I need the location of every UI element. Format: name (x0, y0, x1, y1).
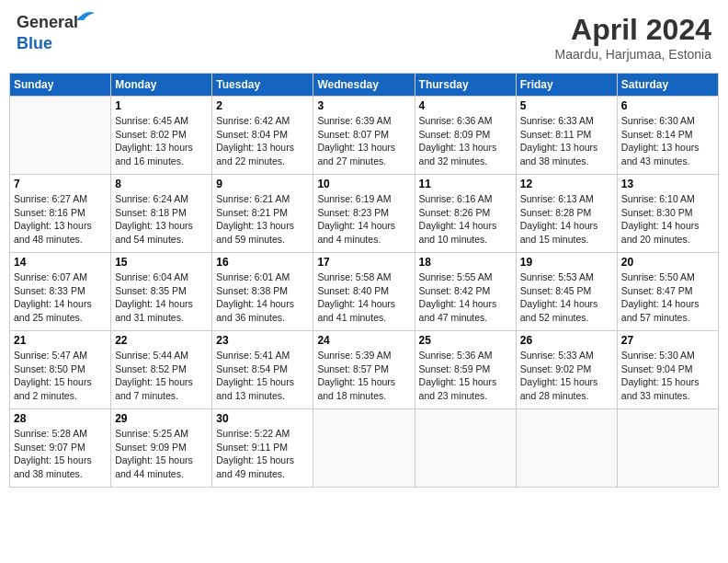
day-info: Sunrise: 6:16 AMSunset: 8:26 PMDaylight:… (419, 192, 512, 247)
weekday-header-sunday: Sunday (10, 74, 111, 97)
logo-blue: Blue (17, 34, 52, 53)
day-cell: 4Sunrise: 6:36 AMSunset: 8:09 PMDaylight… (415, 97, 516, 175)
day-info: Sunrise: 6:21 AMSunset: 8:21 PMDaylight:… (216, 192, 309, 247)
day-number: 11 (419, 178, 512, 190)
day-info: Sunrise: 6:10 AMSunset: 8:30 PMDaylight:… (621, 192, 714, 247)
day-number: 22 (115, 334, 208, 347)
day-cell: 5Sunrise: 6:33 AMSunset: 8:11 PMDaylight… (516, 97, 617, 175)
day-cell: 22Sunrise: 5:44 AMSunset: 8:52 PMDayligh… (111, 331, 212, 409)
day-cell (313, 409, 415, 488)
day-info: Sunrise: 6:39 AMSunset: 8:07 PMDaylight:… (317, 114, 410, 168)
day-number: 5 (520, 99, 613, 112)
day-info: Sunrise: 5:39 AMSunset: 8:57 PMDaylight:… (317, 349, 410, 403)
weekday-header-friday: Friday (516, 74, 617, 97)
day-info: Sunrise: 5:30 AMSunset: 9:04 PMDaylight:… (621, 349, 714, 403)
page-header: General Blue April 2024 Maardu, Harjumaa… (9, 9, 719, 65)
day-number: 25 (419, 334, 512, 347)
day-info: Sunrise: 6:33 AMSunset: 8:11 PMDaylight:… (520, 114, 613, 168)
day-cell: 2Sunrise: 6:42 AMSunset: 8:04 PMDaylight… (212, 97, 313, 175)
day-cell: 24Sunrise: 5:39 AMSunset: 8:57 PMDayligh… (313, 331, 415, 409)
day-info: Sunrise: 5:58 AMSunset: 8:40 PMDaylight:… (317, 270, 410, 325)
day-info: Sunrise: 5:53 AMSunset: 8:45 PMDaylight:… (520, 270, 613, 325)
logo-wing-icon (76, 9, 95, 20)
weekday-header-row: SundayMondayTuesdayWednesdayThursdayFrid… (10, 74, 719, 97)
day-number: 14 (14, 256, 107, 269)
day-info: Sunrise: 5:25 AMSunset: 9:09 PMDaylight:… (115, 427, 208, 481)
day-cell: 15Sunrise: 6:04 AMSunset: 8:35 PMDayligh… (111, 253, 212, 331)
day-number: 28 (14, 412, 107, 425)
day-cell: 9Sunrise: 6:21 AMSunset: 8:21 PMDaylight… (212, 175, 313, 253)
day-info: Sunrise: 5:44 AMSunset: 8:52 PMDaylight:… (115, 349, 208, 403)
week-row-3: 14Sunrise: 6:07 AMSunset: 8:33 PMDayligh… (10, 253, 719, 331)
day-info: Sunrise: 5:41 AMSunset: 8:54 PMDaylight:… (216, 349, 309, 403)
day-cell: 19Sunrise: 5:53 AMSunset: 8:45 PMDayligh… (516, 253, 617, 331)
day-number: 1 (115, 99, 208, 112)
location: Maardu, Harjumaa, Estonia (555, 47, 711, 62)
day-info: Sunrise: 6:01 AMSunset: 8:38 PMDaylight:… (216, 270, 309, 325)
week-row-2: 7Sunrise: 6:27 AMSunset: 8:16 PMDaylight… (10, 175, 719, 253)
day-number: 21 (14, 334, 107, 347)
day-number: 18 (419, 256, 512, 269)
day-cell: 16Sunrise: 6:01 AMSunset: 8:38 PMDayligh… (212, 253, 313, 331)
day-info: Sunrise: 6:07 AMSunset: 8:33 PMDaylight:… (14, 270, 107, 325)
day-cell (10, 97, 111, 175)
day-cell: 13Sunrise: 6:10 AMSunset: 8:30 PMDayligh… (617, 175, 718, 253)
day-cell: 20Sunrise: 5:50 AMSunset: 8:47 PMDayligh… (617, 253, 718, 331)
day-info: Sunrise: 5:28 AMSunset: 9:07 PMDaylight:… (14, 427, 107, 481)
day-number: 16 (216, 256, 309, 269)
day-number: 4 (419, 99, 512, 112)
day-cell: 12Sunrise: 6:13 AMSunset: 8:28 PMDayligh… (516, 175, 617, 253)
day-number: 2 (216, 99, 309, 112)
day-number: 19 (520, 256, 613, 269)
day-number: 9 (216, 178, 309, 190)
day-number: 8 (115, 178, 208, 190)
day-number: 30 (216, 412, 309, 425)
day-info: Sunrise: 5:36 AMSunset: 8:59 PMDaylight:… (419, 349, 512, 403)
week-row-1: 1Sunrise: 6:45 AMSunset: 8:02 PMDaylight… (10, 97, 719, 175)
weekday-header-tuesday: Tuesday (212, 74, 313, 97)
day-info: Sunrise: 5:55 AMSunset: 8:42 PMDaylight:… (419, 270, 512, 325)
day-cell: 8Sunrise: 6:24 AMSunset: 8:18 PMDaylight… (111, 175, 212, 253)
day-number: 23 (216, 334, 309, 347)
day-number: 3 (317, 99, 410, 112)
day-number: 27 (621, 334, 714, 347)
day-number: 10 (317, 178, 410, 190)
day-number: 24 (317, 334, 410, 347)
day-cell: 25Sunrise: 5:36 AMSunset: 8:59 PMDayligh… (415, 331, 516, 409)
day-info: Sunrise: 6:19 AMSunset: 8:23 PMDaylight:… (317, 192, 410, 247)
day-number: 6 (621, 99, 714, 112)
weekday-header-wednesday: Wednesday (313, 74, 415, 97)
day-number: 20 (621, 256, 714, 269)
day-info: Sunrise: 6:30 AMSunset: 8:14 PMDaylight:… (621, 114, 714, 168)
weekday-header-thursday: Thursday (415, 74, 516, 97)
day-number: 17 (317, 256, 410, 269)
logo: General Blue (17, 13, 78, 53)
day-cell: 7Sunrise: 6:27 AMSunset: 8:16 PMDaylight… (10, 175, 111, 253)
day-info: Sunrise: 6:04 AMSunset: 8:35 PMDaylight:… (115, 270, 208, 325)
day-info: Sunrise: 5:22 AMSunset: 9:11 PMDaylight:… (216, 427, 309, 481)
day-cell (516, 409, 617, 488)
weekday-header-saturday: Saturday (617, 74, 718, 97)
weekday-header-monday: Monday (111, 74, 212, 97)
day-cell: 30Sunrise: 5:22 AMSunset: 9:11 PMDayligh… (212, 409, 313, 488)
day-info: Sunrise: 6:24 AMSunset: 8:18 PMDaylight:… (115, 192, 208, 247)
day-cell: 14Sunrise: 6:07 AMSunset: 8:33 PMDayligh… (10, 253, 111, 331)
day-cell: 3Sunrise: 6:39 AMSunset: 8:07 PMDaylight… (313, 97, 415, 175)
day-info: Sunrise: 6:36 AMSunset: 8:09 PMDaylight:… (419, 114, 512, 168)
day-cell: 23Sunrise: 5:41 AMSunset: 8:54 PMDayligh… (212, 331, 313, 409)
day-cell: 27Sunrise: 5:30 AMSunset: 9:04 PMDayligh… (617, 331, 718, 409)
day-cell (415, 409, 516, 488)
day-cell: 29Sunrise: 5:25 AMSunset: 9:09 PMDayligh… (111, 409, 212, 488)
day-info: Sunrise: 6:42 AMSunset: 8:04 PMDaylight:… (216, 114, 309, 168)
logo-general: General (17, 13, 78, 31)
title-section: April 2024 Maardu, Harjumaa, Estonia (555, 13, 711, 62)
day-number: 26 (520, 334, 613, 347)
day-info: Sunrise: 5:50 AMSunset: 8:47 PMDaylight:… (621, 270, 714, 325)
day-number: 12 (520, 178, 613, 190)
day-cell: 17Sunrise: 5:58 AMSunset: 8:40 PMDayligh… (313, 253, 415, 331)
day-info: Sunrise: 5:47 AMSunset: 8:50 PMDaylight:… (14, 349, 107, 403)
day-number: 15 (115, 256, 208, 269)
day-number: 7 (14, 178, 107, 190)
day-info: Sunrise: 6:13 AMSunset: 8:28 PMDaylight:… (520, 192, 613, 247)
day-info: Sunrise: 5:33 AMSunset: 9:02 PMDaylight:… (520, 349, 613, 403)
